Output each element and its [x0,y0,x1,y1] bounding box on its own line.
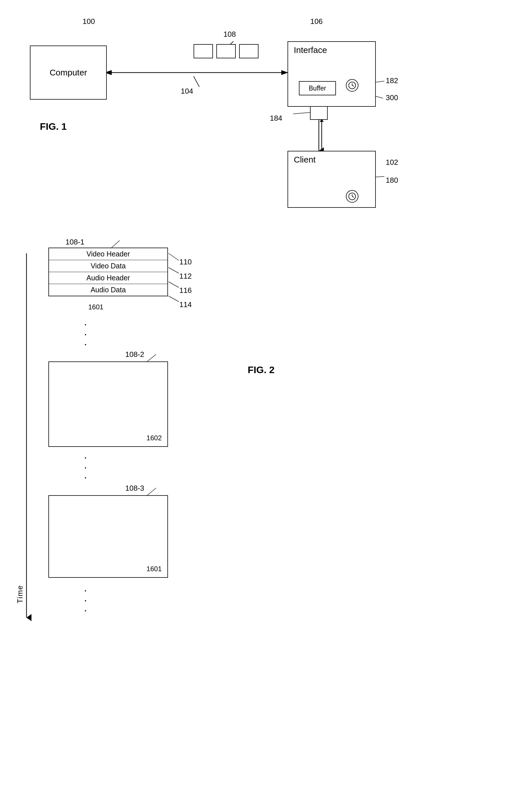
svg-marker-12 [320,119,324,122]
fig1-caption: FIG. 1 [40,121,66,132]
audio-header-row: Audio Header [49,272,167,284]
diagram-container: 100 Computer 108 106 Interface Buffer 18… [0,0,511,812]
packet-108-3: 1601 [48,495,168,578]
ref-182: 182 [386,76,398,85]
ref-106: 106 [310,17,322,26]
small-packet-2 [216,44,236,58]
packet-108-2: 1602 [48,361,168,447]
dots-3: · [84,339,87,349]
buffer-box: Buffer [299,81,336,95]
small-packet-3 [239,44,258,58]
ref-108: 108 [224,30,236,39]
audio-data-row: Audio Data [49,284,167,296]
clock-client [346,190,359,203]
fig2-caption: FIG. 2 [248,364,275,375]
video-data-row: Video Data [49,260,167,272]
svg-line-20 [352,85,354,86]
svg-line-30 [147,488,156,496]
svg-line-26 [169,282,179,287]
ref-114: 114 [179,300,192,309]
ref-300: 300 [386,93,398,102]
interface-box: Interface [287,41,376,107]
ref-102: 102 [386,158,398,167]
time-label: Time [16,267,25,603]
svg-line-27 [169,296,179,302]
video-header-row: Video Header [49,248,167,260]
packet1-id: 1601 [88,303,103,311]
ref-116: 116 [179,286,192,295]
packet-108-1: Video Header Video Data Audio Header Aud… [48,248,168,296]
computer-box: Computer [30,46,107,99]
dots-9: · [84,605,87,616]
ref-108-1: 108-1 [65,238,85,246]
ref-112: 112 [179,272,192,281]
svg-line-28 [111,240,119,248]
svg-line-29 [147,354,156,362]
ref-100: 100 [83,17,95,26]
svg-line-7 [194,76,199,87]
client-box: Client [287,151,376,208]
svg-line-13 [293,112,310,114]
packet2-id: 1602 [147,434,162,442]
clock-interface [346,79,359,92]
ref-108-3: 108-3 [125,484,144,493]
svg-line-24 [169,253,179,260]
ref-180: 180 [386,176,398,185]
packet3-id: 1601 [147,565,162,573]
ref-110: 110 [179,258,192,266]
small-packet-1 [194,44,213,58]
ref-104: 104 [181,87,193,96]
dots-6: · [84,472,87,483]
ref-108-2: 108-2 [125,350,144,359]
svg-line-23 [352,196,354,197]
svg-line-25 [169,267,179,273]
ref-184: 184 [270,114,282,123]
